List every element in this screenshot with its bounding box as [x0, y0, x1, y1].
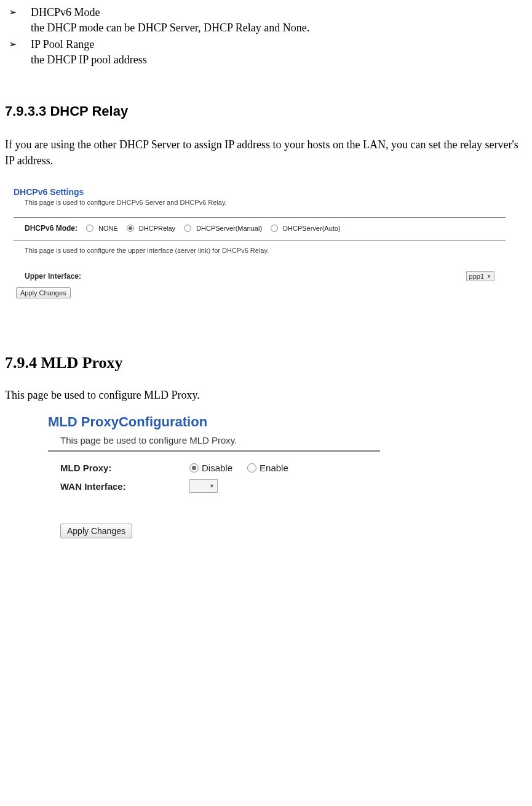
wan-interface-row: WAN Interface: ▼ — [60, 479, 380, 493]
radio-dhcpserver-manual[interactable] — [184, 225, 191, 232]
radio-none[interactable] — [86, 225, 93, 232]
radio-dhcprelay[interactable] — [127, 225, 134, 232]
mld-proxy-row: MLD Proxy: Disable Enable — [60, 463, 380, 473]
chevron-down-icon: ▼ — [486, 274, 491, 279]
radio-disable[interactable] — [189, 463, 199, 473]
bullet-desc: the DHCP IP pool address — [31, 54, 527, 66]
radio-label: Disable — [202, 463, 232, 473]
divider — [14, 217, 506, 218]
panel-title: DHCPv6 Settings — [14, 187, 506, 197]
mld-proxy-label: MLD Proxy: — [60, 463, 189, 473]
divider — [48, 450, 380, 452]
mode-label: DHCPv6 Mode: — [25, 224, 77, 233]
wan-interface-select[interactable]: ▼ — [189, 479, 218, 493]
upper-interface-row: Upper Interface: ppp1 ▼ — [25, 271, 494, 281]
panel-title: MLD ProxyConfiguration — [48, 414, 380, 430]
radio-label: NONE — [98, 225, 118, 232]
bullet-desc: the DHCP mode can be DHCP Server, DHCP R… — [31, 22, 527, 34]
bullet-title: DHCPv6 Mode — [31, 6, 527, 19]
mld-proxy-panel: MLD ProxyConfiguration This page be used… — [48, 414, 380, 538]
dhcpv6-mode-row: DHCPv6 Mode: NONE DHCPRelay DHCPServer(M… — [25, 224, 506, 233]
section-body: This page be used to configure MLD Proxy… — [5, 387, 527, 403]
radio-label: Enable — [260, 463, 288, 473]
section-heading-mld-proxy: 7.9.4 MLD Proxy — [5, 354, 527, 372]
chevron-down-icon: ▼ — [209, 483, 215, 489]
radio-dhcpserver-auto[interactable] — [271, 225, 278, 232]
bullet-item: ➢ IP Pool Range the DHCP IP pool address — [5, 38, 527, 66]
divider — [14, 240, 506, 241]
section-heading-dhcp-relay: 7.9.3.3 DHCP Relay — [5, 103, 527, 119]
apply-changes-button[interactable]: Apply Changes — [60, 524, 132, 538]
upper-interface-select[interactable]: ppp1 ▼ — [466, 271, 494, 281]
apply-changes-button[interactable]: Apply Changes — [16, 287, 71, 298]
radio-label: DHCPRelay — [139, 225, 175, 232]
panel-desc: This page is used to configure DHCPv6 Se… — [25, 199, 506, 206]
upper-interface-label: Upper Interface: — [25, 272, 81, 281]
wan-interface-label: WAN Interface: — [60, 481, 189, 492]
bullet-arrow-icon: ➢ — [5, 38, 31, 50]
panel-desc2: This page is used to configure the upper… — [25, 247, 506, 254]
panel-desc: This page be used to configure MLD Proxy… — [60, 435, 380, 445]
radio-label: DHCPServer(Auto) — [283, 225, 341, 232]
bullet-title: IP Pool Range — [31, 38, 527, 51]
select-value: ppp1 — [469, 273, 484, 280]
radio-enable[interactable] — [247, 463, 256, 473]
bullet-item: ➢ DHCPv6 Mode the DHCP mode can be DHCP … — [5, 6, 527, 34]
bullet-arrow-icon: ➢ — [5, 6, 31, 18]
radio-label: DHCPServer(Manual) — [196, 225, 262, 232]
section-body: If you are using the other DHCP Server t… — [5, 137, 527, 169]
dhcpv6-settings-panel: DHCPv6 Settings This page is used to con… — [14, 187, 506, 298]
